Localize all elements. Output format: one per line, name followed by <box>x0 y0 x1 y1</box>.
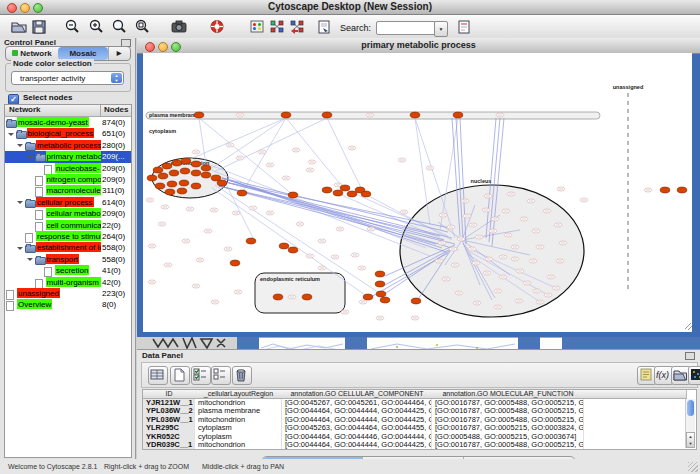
window-resize-grip[interactable] <box>685 323 692 330</box>
table-cell[interactable]: cytoplasm <box>195 424 282 432</box>
node-selected[interactable] <box>155 183 165 189</box>
node-selected[interactable] <box>340 185 350 191</box>
tree-row-nucleobase-[interactable]: nucleobase-209(0) <box>5 163 131 174</box>
node-selected[interactable] <box>363 294 373 300</box>
node-selected[interactable] <box>191 161 201 167</box>
node-selected[interactable] <box>169 170 179 176</box>
node-selected[interactable] <box>281 112 291 118</box>
table-cell[interactable]: mitochondrion <box>195 399 282 407</box>
select-attributes-icon[interactable] <box>191 366 211 385</box>
node-selected[interactable] <box>279 243 289 249</box>
node-selected[interactable] <box>179 180 189 186</box>
node-selected[interactable] <box>180 168 190 174</box>
node-selected[interactable] <box>201 165 211 171</box>
node-selected[interactable] <box>158 173 168 179</box>
expand-arrow-icon[interactable] <box>27 156 33 159</box>
node-selected[interactable] <box>191 170 201 176</box>
column-header[interactable]: annotation.GO MOLECULAR_FUNCTION <box>432 390 585 399</box>
table-cell[interactable]: mitochondrion <box>195 441 282 449</box>
node-selected[interactable] <box>230 260 240 266</box>
node-selected[interactable] <box>322 187 332 193</box>
background-window-edge[interactable] <box>518 337 540 349</box>
column-header[interactable]: annotation.GO CELLULAR_COMPONENT <box>282 390 433 399</box>
resize-grip[interactable] <box>688 462 698 472</box>
snapshot-icon[interactable] <box>170 18 188 35</box>
trash-icon[interactable] <box>232 366 252 385</box>
node-selected[interactable] <box>211 175 221 181</box>
node-selected[interactable] <box>333 190 343 196</box>
table-cell[interactable]: YLR295C <box>143 424 195 432</box>
tree-row-cellular-metabo[interactable]: cellular metabo209(0) <box>5 208 131 219</box>
node-selected[interactable] <box>165 189 175 195</box>
open-icon[interactable] <box>10 18 28 35</box>
node-selected[interactable] <box>361 191 371 197</box>
background-window-edge[interactable] <box>237 337 259 349</box>
node-selected[interactable] <box>288 247 298 253</box>
table-cell[interactable]: [GO:0016787, GO:0005488, GO:0005215, G..… <box>432 407 584 415</box>
table-cell[interactable]: YKR052C <box>143 433 195 441</box>
new-page-icon[interactable] <box>170 366 190 385</box>
tree-row-biological-process[interactable]: biological_process651(0) <box>5 128 131 139</box>
data-panel-float-icon[interactable] <box>685 352 695 360</box>
node-selected[interactable] <box>246 238 256 244</box>
node-selected[interactable] <box>376 291 386 297</box>
node-selected[interactable] <box>162 163 172 169</box>
table-cell[interactable]: [GO:0044464, GO:0044444, GO:0044425, G..… <box>282 416 432 424</box>
report-icon[interactable] <box>315 18 333 35</box>
node-selected[interactable] <box>273 294 283 300</box>
node-selected[interactable] <box>153 167 163 173</box>
scrollbar-buttons[interactable]: ▲▼ <box>686 432 695 448</box>
node-selected[interactable] <box>660 187 670 193</box>
tree-row-cell-communicat[interactable]: cell communicat22(0) <box>5 220 131 231</box>
table-cell[interactable]: [GO:0016787, GO:0005488, GO:0005215, G..… <box>432 416 584 424</box>
node-selected[interactable] <box>237 190 247 196</box>
filter-network-icon[interactable] <box>288 18 306 35</box>
annotation-icon[interactable] <box>455 18 473 35</box>
table-cell[interactable]: [GO:0044464, GO:0044444, GO:0044425, G..… <box>282 441 432 449</box>
table-cell[interactable]: [GO:0045267, GO:0045261, GO:0044464, G..… <box>282 399 432 407</box>
tree-row-response-to-stimulu[interactable]: response to stimulu264(0) <box>5 231 131 242</box>
zoom-in-icon[interactable] <box>87 18 105 35</box>
tree-row-nitrogen-compo[interactable]: nitrogen compo209(0) <box>5 174 131 185</box>
node-selected[interactable] <box>147 175 157 181</box>
node-selected[interactable] <box>322 112 332 118</box>
node-selected[interactable] <box>375 271 385 277</box>
tree-row-multi-organism-pro[interactable]: multi-organism pro42(0) <box>5 277 131 288</box>
table-cell[interactable]: [GO:0045263, GO:0044464, GO:0044455, G..… <box>282 424 432 432</box>
node-selected[interactable] <box>347 191 357 197</box>
tree-row-mosaic-demo-yeast[interactable]: mosaic-demo-yeast874(0) <box>5 117 131 128</box>
tree-row-overview[interactable]: Overview8(0) <box>5 299 131 310</box>
node-selected[interactable] <box>677 187 687 193</box>
tree-row-secretion[interactable]: secretion41(0) <box>5 265 131 276</box>
table-cell[interactable]: [GO:0005488, GO:0005215, GO:0003674] <box>432 433 584 441</box>
node-selected[interactable] <box>375 281 385 287</box>
node-selected[interactable] <box>194 112 204 118</box>
node-selected[interactable] <box>191 183 201 189</box>
tree-row-metabolic-process[interactable]: metabolic process280(0) <box>5 140 131 151</box>
table-cell[interactable]: plasma membrane <box>195 407 282 415</box>
expand-arrow-icon[interactable] <box>8 133 14 136</box>
node-color-dropdown[interactable]: transporter activity ▲▼ <box>11 71 124 85</box>
expand-arrow-icon[interactable] <box>17 144 23 147</box>
table-cell[interactable]: YPL036W__1 <box>143 416 195 424</box>
expand-arrow-icon[interactable] <box>27 258 33 261</box>
zoom-fit-icon[interactable] <box>110 18 128 35</box>
table-cell[interactable]: mitochondrion <box>195 416 282 424</box>
node-selected[interactable] <box>217 180 227 186</box>
node-selected[interactable] <box>177 188 187 194</box>
table-cell[interactable]: [GO:0016787, GO:0005215, GO:0003824, G..… <box>432 424 584 432</box>
table-cell[interactable]: [GO:0016787, GO:0005488, GO:0005215, G..… <box>432 441 584 449</box>
table-cell[interactable]: YDR039C__1 <box>143 441 195 449</box>
table-cell[interactable]: YPL036W__2 <box>143 407 195 415</box>
search-input[interactable] <box>376 21 436 35</box>
tree-row-establishment-of-lo[interactable]: establishment of lo558(0) <box>5 242 131 253</box>
table-scrollbar[interactable]: ▲▼ <box>685 399 695 448</box>
background-window-edge[interactable] <box>562 337 700 349</box>
search-dropdown-arrow[interactable]: ▼ <box>434 21 448 37</box>
table-cell[interactable]: [GO:0044464, GO:0044444, GO:0044425, G..… <box>282 407 432 415</box>
expand-arrow-icon[interactable] <box>17 201 23 204</box>
zoom-selected-icon[interactable] <box>133 18 151 35</box>
table-cell[interactable]: [GO:0016787, GO:0005488, GO:0005215, G..… <box>432 399 584 407</box>
table-cell[interactable]: cytoplasm <box>195 433 282 441</box>
node-selected[interactable] <box>453 112 463 118</box>
